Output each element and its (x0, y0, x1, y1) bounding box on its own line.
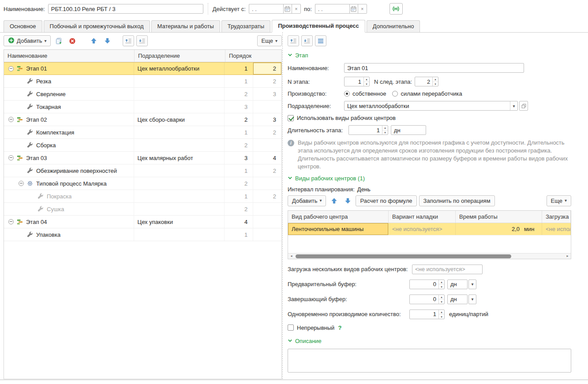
name-input[interactable]: РБТ.100.10 Реле РБТ / 3 (48, 4, 203, 14)
tab-3[interactable]: Материалы и работы (151, 20, 220, 32)
wc-col-load[interactable]: Загрузка (542, 211, 571, 223)
collapse-toggle-icon[interactable] (8, 219, 14, 224)
post-buffer-unit-input[interactable]: дн (447, 295, 468, 304)
tree-row[interactable]: Покраска12 (4, 190, 281, 203)
move-down-button[interactable] (101, 35, 113, 46)
calendar-icon[interactable] (283, 4, 292, 14)
fill-operations-button[interactable]: Заполнить по операциям (419, 195, 495, 206)
workcenter-row[interactable]: Ленточнопильные машины <не используется>… (288, 223, 571, 235)
column-header-name[interactable]: Наименование (4, 50, 135, 62)
spinner-down-icon[interactable]: ▾ (439, 299, 444, 304)
collapse-toggle-icon[interactable] (8, 155, 14, 160)
list-view-button[interactable] (315, 35, 326, 46)
stage-number-spinner[interactable]: 1 ▴▾ (344, 77, 370, 86)
spinner-up-icon[interactable]: ▴ (433, 77, 438, 82)
spinner-up-icon[interactable]: ▴ (439, 295, 444, 300)
tree-row[interactable]: Этап 01Цех металлообработки12 (4, 62, 281, 75)
move-up-button[interactable] (88, 35, 99, 46)
level-up-button[interactable] (288, 35, 299, 46)
wc-col-variant[interactable]: Вариант наладки (389, 211, 456, 223)
scrollbar-track[interactable] (295, 254, 564, 259)
column-header-dept[interactable]: Подразделение (135, 50, 225, 62)
calc-formula-button[interactable]: Расчет по формуле (356, 195, 416, 206)
spinner-down-icon[interactable]: ▾ (439, 314, 444, 319)
open-department-button[interactable] (519, 101, 528, 111)
column-header-order[interactable]: Порядок (225, 50, 281, 62)
tree-row[interactable]: Комплектация12 (4, 126, 281, 139)
wc-more-button[interactable]: Еще ▾ (547, 195, 571, 206)
production-own-radio[interactable]: собственное (344, 90, 386, 97)
spinner-up-icon[interactable]: ▴ (439, 310, 444, 315)
spinner-down-icon[interactable]: ▾ (439, 284, 444, 289)
level-down-button[interactable] (136, 35, 148, 46)
tree-row[interactable]: Упаковка1 (4, 228, 281, 241)
next-stage-spinner[interactable]: 2 ▴▾ (415, 77, 438, 86)
level-up-button[interactable] (123, 35, 134, 46)
tree-row[interactable]: Сушка2 (4, 203, 281, 216)
duration-unit-input[interactable]: дн (391, 125, 426, 135)
clear-date-icon[interactable]: × (358, 4, 367, 14)
date-to-input[interactable]: . . (315, 4, 349, 14)
spinner-down-icon[interactable]: ▾ (433, 82, 438, 86)
copy-button[interactable] (53, 35, 64, 46)
spinner-up-icon[interactable]: ▴ (364, 77, 369, 82)
discussions-button[interactable] (390, 3, 403, 15)
wc-col-time[interactable]: Время работы (456, 211, 542, 223)
clear-date-icon[interactable]: × (292, 4, 301, 14)
description-section-header[interactable]: Описание (288, 338, 571, 344)
tab-6[interactable]: Дополнительно (367, 20, 420, 32)
spinner-up-icon[interactable]: ▴ (382, 126, 388, 130)
help-link[interactable]: ? (338, 324, 341, 331)
tab-4[interactable]: Трудозатраты (221, 20, 270, 32)
tree-row[interactable]: Токарная3 (4, 101, 281, 113)
combo-dropdown-icon[interactable]: ▾ (510, 101, 517, 110)
collapse-toggle-icon[interactable] (8, 117, 14, 122)
production-external-radio[interactable]: силами переработчика (392, 90, 462, 97)
workcenters-section-header[interactable]: Виды рабочих центров (1) (288, 175, 571, 182)
scroll-left-icon[interactable]: ◂ (288, 254, 295, 258)
add-button[interactable]: Добавить ▾ (4, 35, 51, 46)
delete-button[interactable] (67, 35, 78, 46)
tree-row[interactable]: Обезжиривание поверхностей12 (4, 164, 281, 177)
tree-row[interactable]: Сверление23 (4, 88, 281, 101)
date-from-input[interactable]: . . (249, 4, 283, 14)
unit-dropdown-icon[interactable]: ▾ (468, 280, 476, 289)
spinner-down-icon[interactable]: ▾ (364, 82, 369, 86)
multi-load-input[interactable]: <не используется> (412, 265, 483, 274)
spinner-down-icon[interactable]: ▾ (382, 130, 388, 135)
use-workcenters-checkbox[interactable]: Использовать виды рабочих центров (288, 115, 396, 121)
stage-name-input[interactable]: Этап 01 (344, 63, 524, 73)
wc-move-up-button[interactable] (328, 195, 340, 206)
tab-1[interactable]: Основное (4, 20, 42, 32)
post-buffer-spinner[interactable]: 0 ▴▾ (409, 295, 445, 304)
duration-spinner[interactable]: 1 ▴▾ (348, 125, 388, 135)
stage-section-header[interactable]: Этап (288, 52, 571, 59)
pre-buffer-spinner[interactable]: 0 ▴▾ (409, 280, 445, 289)
tree-row[interactable]: Сборка2 (4, 139, 281, 152)
tab-5[interactable]: Производственный процесс (272, 20, 365, 33)
description-textarea[interactable] (288, 349, 571, 373)
wc-move-down-button[interactable] (342, 195, 353, 206)
pre-buffer-unit-input[interactable]: дн (447, 280, 468, 289)
wc-col-type[interactable]: Вид рабочего центра (288, 211, 389, 223)
more-button[interactable]: Еще ▾ (257, 35, 282, 46)
level-down-button[interactable] (301, 35, 313, 46)
tree-row[interactable]: Этап 03Цех малярных работ34 (4, 152, 281, 164)
continuous-checkbox[interactable]: Непрерывный (288, 324, 334, 331)
tab-2[interactable]: Побочный и промежуточный выход (44, 20, 150, 32)
unit-dropdown-icon[interactable]: ▾ (468, 295, 476, 304)
tree-row[interactable]: Типовой процесс Малярка2 (4, 177, 281, 190)
quantity-spinner[interactable]: 1 ▴▾ (409, 309, 445, 319)
tree-row[interactable]: Этап 02Цех сборо-сварки23 (4, 113, 281, 126)
collapse-toggle-icon[interactable] (8, 66, 14, 71)
department-combo[interactable]: Цех металлообработки ▾ (344, 101, 518, 111)
collapse-toggle-icon[interactable] (19, 181, 24, 186)
scrollbar-thumb[interactable] (296, 254, 511, 258)
calendar-icon[interactable] (349, 4, 358, 14)
tree-row[interactable]: Резка12 (4, 75, 281, 88)
tree-row[interactable]: Этап 04Цех упаковки4 (4, 216, 281, 228)
horizontal-scrollbar[interactable]: ◂ ▸ (288, 253, 571, 259)
spinner-up-icon[interactable]: ▴ (439, 280, 444, 285)
wc-add-button[interactable]: Добавить ▾ (288, 195, 326, 206)
scroll-right-icon[interactable]: ▸ (564, 254, 571, 258)
